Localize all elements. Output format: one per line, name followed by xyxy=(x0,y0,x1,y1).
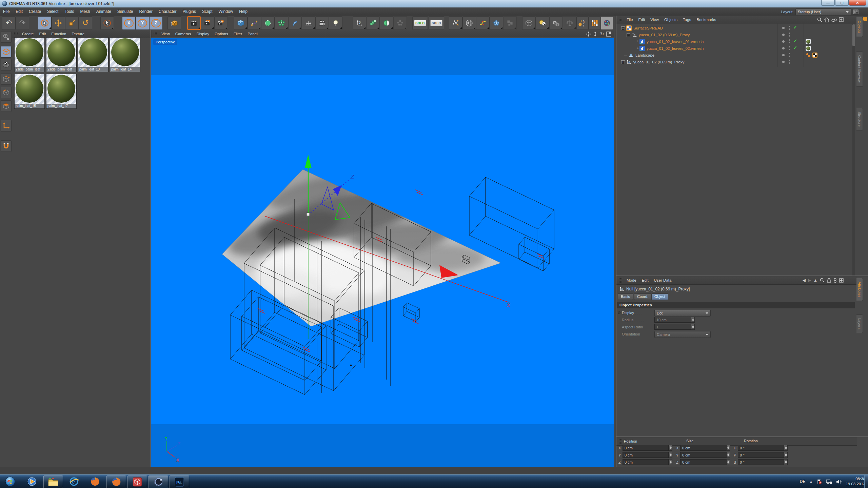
editor-dot[interactable] xyxy=(789,60,790,61)
taskbar-firefox-icon[interactable] xyxy=(85,475,104,488)
am-menu-mode[interactable]: Mode xyxy=(624,276,639,284)
tree-row-leaves-02[interactable]: └ yucca_01_02_leaves_02.vrmesh xyxy=(636,45,704,52)
cube-copies-icon[interactable] xyxy=(549,16,563,30)
sphere-picker-icon[interactable] xyxy=(536,16,549,30)
lock-z-axis-icon[interactable]: Z xyxy=(149,16,163,30)
camera-label[interactable]: Perspective xyxy=(153,39,177,45)
menu-simulate[interactable]: Simulate xyxy=(114,7,136,16)
spline-pen-icon[interactable] xyxy=(449,16,462,30)
menu-help[interactable]: Help xyxy=(236,7,251,16)
add-light-icon[interactable] xyxy=(329,16,342,30)
cluster-gray-icon[interactable] xyxy=(393,16,407,30)
tab-layers[interactable]: Layers xyxy=(856,314,863,333)
material-item[interactable]: palm_leaf_13 xyxy=(78,37,108,72)
link-dots-icon[interactable] xyxy=(833,278,837,283)
viewport-menu-display[interactable]: Display xyxy=(194,30,212,38)
layout-dropdown[interactable]: Startup (User) xyxy=(795,8,851,15)
collapse-icon[interactable]: − xyxy=(621,26,625,30)
menu-plugins[interactable]: Plugins xyxy=(180,7,199,16)
visibility-dot[interactable] xyxy=(782,47,785,49)
show-desktop-button[interactable] xyxy=(864,475,868,488)
viewport-canvas[interactable]: Z X Y Z X Perspective xyxy=(151,38,614,467)
spinner[interactable] xyxy=(669,459,672,465)
material-menu-texture[interactable]: Texture xyxy=(69,30,87,38)
render-dot[interactable] xyxy=(789,28,790,30)
expand-icon[interactable]: + xyxy=(621,60,625,64)
panel-grip[interactable] xyxy=(618,439,623,444)
lock-icon[interactable] xyxy=(827,278,831,283)
tree-row-surfacespread[interactable]: − SurfaceSPREAD xyxy=(621,25,663,32)
texture-tag[interactable] xyxy=(812,53,817,58)
panel-grip[interactable] xyxy=(14,32,18,36)
om-menu-file[interactable]: File xyxy=(624,16,636,24)
spinner[interactable] xyxy=(669,452,672,458)
tab-attributes[interactable]: Attributes xyxy=(856,278,863,301)
convert-icon[interactable] xyxy=(1,31,12,43)
display-dropdown[interactable]: Dot xyxy=(654,310,711,317)
action-center-icon[interactable] xyxy=(816,479,822,484)
dots-tag[interactable] xyxy=(806,53,811,58)
om-menu-view[interactable]: View xyxy=(648,16,662,24)
live-selection-icon[interactable] xyxy=(38,16,52,30)
menu-animate[interactable]: Animate xyxy=(93,7,114,16)
scale-tool-icon[interactable] xyxy=(65,16,79,30)
taskbar-wmp-icon[interactable] xyxy=(22,475,41,488)
workplane-mode-icon[interactable] xyxy=(1,120,12,131)
material-item[interactable]: palm_leaf_17 xyxy=(46,74,77,109)
material-menu-create[interactable]: Create xyxy=(19,30,37,38)
panel-grip[interactable] xyxy=(618,278,623,283)
om-menu-tags[interactable]: Tags xyxy=(680,16,694,24)
undo-icon[interactable]: ↶ xyxy=(2,16,16,30)
rotation-p-field[interactable]: 0 ° xyxy=(738,452,784,458)
array-copies-icon[interactable] xyxy=(366,16,380,30)
maximize-button[interactable]: ▢ xyxy=(835,0,849,6)
taskbar-ie-icon[interactable]: e xyxy=(64,475,83,488)
om-menu-edit[interactable]: Edit xyxy=(636,16,648,24)
om-menu-objects[interactable]: Objects xyxy=(662,16,680,24)
start-button[interactable] xyxy=(3,475,18,488)
texture-mode-icon[interactable] xyxy=(1,59,12,70)
scrollbar-thumb[interactable] xyxy=(852,24,855,46)
tree-row-yucca-proxy-1[interactable]: − 0 yucca_01_02 (0.69 m)_Proxy xyxy=(627,32,690,38)
visibility-dot[interactable] xyxy=(782,34,785,36)
spinner[interactable] xyxy=(726,452,730,458)
render-settings-icon[interactable] xyxy=(214,16,228,30)
size-y-field[interactable]: 0 cm xyxy=(680,452,726,458)
scrollbar[interactable] xyxy=(852,24,855,276)
layout-switch-icon[interactable] xyxy=(853,9,859,15)
material-item[interactable]: 2side_palm_leaf_ xyxy=(14,37,45,72)
viewport-menu-options[interactable]: Options xyxy=(212,30,231,38)
radius-field[interactable]: 10 cm xyxy=(654,317,691,323)
render-view-icon[interactable] xyxy=(187,16,201,30)
edges-mode-icon[interactable] xyxy=(1,87,12,98)
tree-row-yucca-proxy-2[interactable]: + 0 yucca_01_02 (0.69 m)_Proxy xyxy=(621,59,684,65)
paint-sphere-icon[interactable] xyxy=(601,16,613,30)
redo-icon[interactable]: ↷ xyxy=(16,16,29,30)
dynamic-spline-icon[interactable] xyxy=(476,16,490,30)
menu-file[interactable]: File xyxy=(0,7,13,16)
section-header[interactable]: Object Properties xyxy=(617,302,855,308)
xyz-axis-icon[interactable]: XYZ xyxy=(576,16,589,30)
menu-window[interactable]: Window xyxy=(216,7,236,16)
editor-dot[interactable] xyxy=(789,33,790,34)
menu-mesh[interactable]: Mesh xyxy=(77,7,93,16)
material-item[interactable]: 2side_palm_leaf_ xyxy=(46,37,77,72)
visibility-dot[interactable] xyxy=(782,40,785,43)
menu-render[interactable]: Render xyxy=(136,7,156,16)
tree-row-landscape[interactable]: — Landscape xyxy=(624,52,654,59)
add-cube-icon[interactable] xyxy=(234,16,248,30)
am-menu-userdata[interactable]: User Data xyxy=(651,276,674,284)
viewport-menu-panel[interactable]: Panel xyxy=(245,30,260,38)
am-menu-edit[interactable]: Edit xyxy=(639,276,651,284)
arrow-up-icon[interactable]: ▲ xyxy=(813,278,817,283)
add-panel-icon[interactable] xyxy=(839,17,844,22)
size-x-field[interactable]: 0 cm xyxy=(680,445,726,451)
last-tool-icon[interactable] xyxy=(100,16,114,30)
search-icon[interactable] xyxy=(820,278,825,283)
enabled-check-icon[interactable]: ✓ xyxy=(793,25,797,30)
position-y-field[interactable]: 0 cm xyxy=(623,452,669,458)
aspect-ratio-spinner[interactable] xyxy=(691,324,695,330)
wire-cube-icon[interactable] xyxy=(522,16,536,30)
editor-dot[interactable] xyxy=(789,39,790,41)
viewport-menu-view[interactable]: View xyxy=(159,30,173,38)
